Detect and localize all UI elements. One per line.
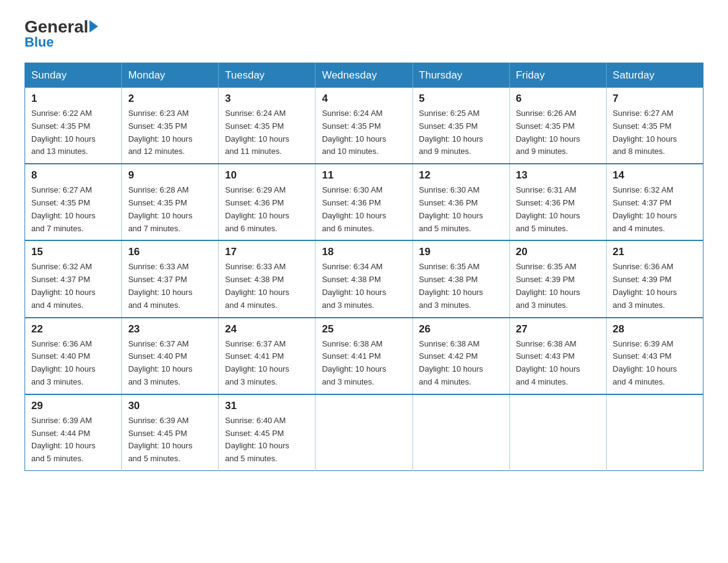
day-info: Sunrise: 6:34 AM Sunset: 4:38 PM Dayligh… bbox=[322, 261, 406, 312]
day-info: Sunrise: 6:37 AM Sunset: 4:40 PM Dayligh… bbox=[128, 338, 212, 389]
day-info: Sunrise: 6:27 AM Sunset: 4:35 PM Dayligh… bbox=[31, 184, 115, 235]
day-number: 12 bbox=[419, 169, 503, 182]
calendar-cell: 16 Sunrise: 6:33 AM Sunset: 4:37 PM Dayl… bbox=[122, 240, 219, 317]
day-info: Sunrise: 6:32 AM Sunset: 4:37 PM Dayligh… bbox=[613, 184, 697, 235]
day-info: Sunrise: 6:32 AM Sunset: 4:37 PM Dayligh… bbox=[31, 261, 115, 312]
calendar-cell: 14 Sunrise: 6:32 AM Sunset: 4:37 PM Dayl… bbox=[606, 164, 703, 240]
calendar-cell: 20 Sunrise: 6:35 AM Sunset: 4:39 PM Dayl… bbox=[509, 240, 606, 317]
day-number: 27 bbox=[516, 323, 600, 335]
day-info: Sunrise: 6:36 AM Sunset: 4:40 PM Dayligh… bbox=[31, 338, 115, 389]
calendar-cell: 18 Sunrise: 6:34 AM Sunset: 4:38 PM Dayl… bbox=[316, 240, 412, 317]
day-number: 20 bbox=[516, 246, 600, 258]
calendar-cell: 28 Sunrise: 6:39 AM Sunset: 4:43 PM Dayl… bbox=[606, 318, 703, 394]
day-info: Sunrise: 6:25 AM Sunset: 4:35 PM Dayligh… bbox=[419, 107, 503, 158]
calendar-cell: 3 Sunrise: 6:24 AM Sunset: 4:35 PM Dayli… bbox=[219, 88, 316, 164]
header-saturday: Saturday bbox=[606, 63, 703, 88]
day-info: Sunrise: 6:26 AM Sunset: 4:35 PM Dayligh… bbox=[516, 107, 600, 158]
calendar-cell: 9 Sunrise: 6:28 AM Sunset: 4:35 PM Dayli… bbox=[122, 164, 219, 240]
calendar-cell: 2 Sunrise: 6:23 AM Sunset: 4:35 PM Dayli… bbox=[122, 88, 219, 164]
header-monday: Monday bbox=[122, 63, 219, 88]
calendar-cell: 24 Sunrise: 6:37 AM Sunset: 4:41 PM Dayl… bbox=[219, 318, 316, 394]
calendar-cell: 25 Sunrise: 6:38 AM Sunset: 4:41 PM Dayl… bbox=[316, 318, 412, 394]
day-info: Sunrise: 6:22 AM Sunset: 4:35 PM Dayligh… bbox=[31, 107, 115, 158]
calendar-cell: 6 Sunrise: 6:26 AM Sunset: 4:35 PM Dayli… bbox=[509, 88, 606, 164]
day-number: 28 bbox=[613, 323, 697, 335]
calendar-cell: 22 Sunrise: 6:36 AM Sunset: 4:40 PM Dayl… bbox=[25, 318, 122, 394]
week-row-2: 8 Sunrise: 6:27 AM Sunset: 4:35 PM Dayli… bbox=[25, 164, 703, 240]
header-tuesday: Tuesday bbox=[219, 63, 316, 88]
day-number: 2 bbox=[128, 93, 212, 105]
calendar-cell: 8 Sunrise: 6:27 AM Sunset: 4:35 PM Dayli… bbox=[25, 164, 122, 240]
day-info: Sunrise: 6:35 AM Sunset: 4:38 PM Dayligh… bbox=[419, 261, 503, 312]
calendar-cell: 11 Sunrise: 6:30 AM Sunset: 4:36 PM Dayl… bbox=[316, 164, 412, 240]
logo-text: General bbox=[25, 18, 98, 36]
day-info: Sunrise: 6:24 AM Sunset: 4:35 PM Dayligh… bbox=[322, 107, 406, 158]
logo-arrow-icon bbox=[89, 20, 98, 33]
calendar-cell: 31 Sunrise: 6:40 AM Sunset: 4:45 PM Dayl… bbox=[219, 394, 316, 471]
calendar-cell: 30 Sunrise: 6:39 AM Sunset: 4:45 PM Dayl… bbox=[122, 394, 219, 471]
day-number: 22 bbox=[31, 323, 115, 335]
week-row-5: 29 Sunrise: 6:39 AM Sunset: 4:44 PM Dayl… bbox=[25, 394, 703, 471]
day-number: 8 bbox=[31, 169, 115, 182]
day-info: Sunrise: 6:27 AM Sunset: 4:35 PM Dayligh… bbox=[613, 107, 697, 158]
week-row-4: 22 Sunrise: 6:36 AM Sunset: 4:40 PM Dayl… bbox=[25, 318, 703, 394]
day-info: Sunrise: 6:28 AM Sunset: 4:35 PM Dayligh… bbox=[128, 184, 212, 235]
calendar-cell: 4 Sunrise: 6:24 AM Sunset: 4:35 PM Dayli… bbox=[316, 88, 412, 164]
day-info: Sunrise: 6:33 AM Sunset: 4:38 PM Dayligh… bbox=[225, 261, 309, 312]
calendar-cell bbox=[606, 394, 703, 471]
day-number: 21 bbox=[613, 246, 697, 258]
calendar-cell: 26 Sunrise: 6:38 AM Sunset: 4:42 PM Dayl… bbox=[412, 318, 509, 394]
calendar-cell: 21 Sunrise: 6:36 AM Sunset: 4:39 PM Dayl… bbox=[606, 240, 703, 317]
day-number: 19 bbox=[419, 246, 503, 258]
day-number: 24 bbox=[225, 323, 309, 335]
logo: General Blue bbox=[25, 18, 98, 50]
day-number: 9 bbox=[128, 169, 212, 182]
calendar-cell: 1 Sunrise: 6:22 AM Sunset: 4:35 PM Dayli… bbox=[25, 88, 122, 164]
day-info: Sunrise: 6:39 AM Sunset: 4:43 PM Dayligh… bbox=[613, 338, 697, 389]
day-info: Sunrise: 6:29 AM Sunset: 4:36 PM Dayligh… bbox=[225, 184, 309, 235]
day-info: Sunrise: 6:39 AM Sunset: 4:45 PM Dayligh… bbox=[128, 415, 212, 465]
week-row-3: 15 Sunrise: 6:32 AM Sunset: 4:37 PM Dayl… bbox=[25, 240, 703, 317]
day-info: Sunrise: 6:33 AM Sunset: 4:37 PM Dayligh… bbox=[128, 261, 212, 312]
day-info: Sunrise: 6:38 AM Sunset: 4:41 PM Dayligh… bbox=[322, 338, 406, 389]
day-number: 10 bbox=[225, 169, 309, 182]
calendar-cell: 13 Sunrise: 6:31 AM Sunset: 4:36 PM Dayl… bbox=[509, 164, 606, 240]
calendar-cell: 29 Sunrise: 6:39 AM Sunset: 4:44 PM Dayl… bbox=[25, 394, 122, 471]
day-number: 3 bbox=[225, 93, 309, 105]
logo-blue: Blue bbox=[25, 34, 54, 50]
calendar-cell: 15 Sunrise: 6:32 AM Sunset: 4:37 PM Dayl… bbox=[25, 240, 122, 317]
day-number: 16 bbox=[128, 246, 212, 258]
day-number: 31 bbox=[225, 400, 309, 412]
day-info: Sunrise: 6:30 AM Sunset: 4:36 PM Dayligh… bbox=[419, 184, 503, 235]
calendar-cell: 27 Sunrise: 6:38 AM Sunset: 4:43 PM Dayl… bbox=[509, 318, 606, 394]
day-info: Sunrise: 6:38 AM Sunset: 4:42 PM Dayligh… bbox=[419, 338, 503, 389]
day-number: 11 bbox=[322, 169, 406, 182]
day-number: 1 bbox=[31, 93, 115, 105]
logo-general: General bbox=[25, 18, 88, 36]
day-info: Sunrise: 6:35 AM Sunset: 4:39 PM Dayligh… bbox=[516, 261, 600, 312]
day-number: 5 bbox=[419, 93, 503, 105]
calendar-cell: 7 Sunrise: 6:27 AM Sunset: 4:35 PM Dayli… bbox=[606, 88, 703, 164]
day-number: 30 bbox=[128, 400, 212, 412]
week-row-1: 1 Sunrise: 6:22 AM Sunset: 4:35 PM Dayli… bbox=[25, 88, 703, 164]
calendar-cell: 12 Sunrise: 6:30 AM Sunset: 4:36 PM Dayl… bbox=[412, 164, 509, 240]
day-number: 29 bbox=[31, 400, 115, 412]
day-info: Sunrise: 6:31 AM Sunset: 4:36 PM Dayligh… bbox=[516, 184, 600, 235]
day-number: 13 bbox=[516, 169, 600, 182]
calendar-cell: 17 Sunrise: 6:33 AM Sunset: 4:38 PM Dayl… bbox=[219, 240, 316, 317]
day-number: 25 bbox=[322, 323, 406, 335]
calendar-table: SundayMondayTuesdayWednesdayThursdayFrid… bbox=[25, 63, 703, 471]
day-info: Sunrise: 6:37 AM Sunset: 4:41 PM Dayligh… bbox=[225, 338, 309, 389]
calendar-cell bbox=[509, 394, 606, 471]
calendar-cell: 5 Sunrise: 6:25 AM Sunset: 4:35 PM Dayli… bbox=[412, 88, 509, 164]
header-wednesday: Wednesday bbox=[316, 63, 412, 88]
header-thursday: Thursday bbox=[412, 63, 509, 88]
header-sunday: Sunday bbox=[25, 63, 122, 88]
page-header: General Blue bbox=[25, 18, 703, 50]
day-info: Sunrise: 6:30 AM Sunset: 4:36 PM Dayligh… bbox=[322, 184, 406, 235]
calendar-cell bbox=[412, 394, 509, 471]
calendar-cell: 10 Sunrise: 6:29 AM Sunset: 4:36 PM Dayl… bbox=[219, 164, 316, 240]
day-number: 23 bbox=[128, 323, 212, 335]
day-number: 15 bbox=[31, 246, 115, 258]
day-number: 18 bbox=[322, 246, 406, 258]
